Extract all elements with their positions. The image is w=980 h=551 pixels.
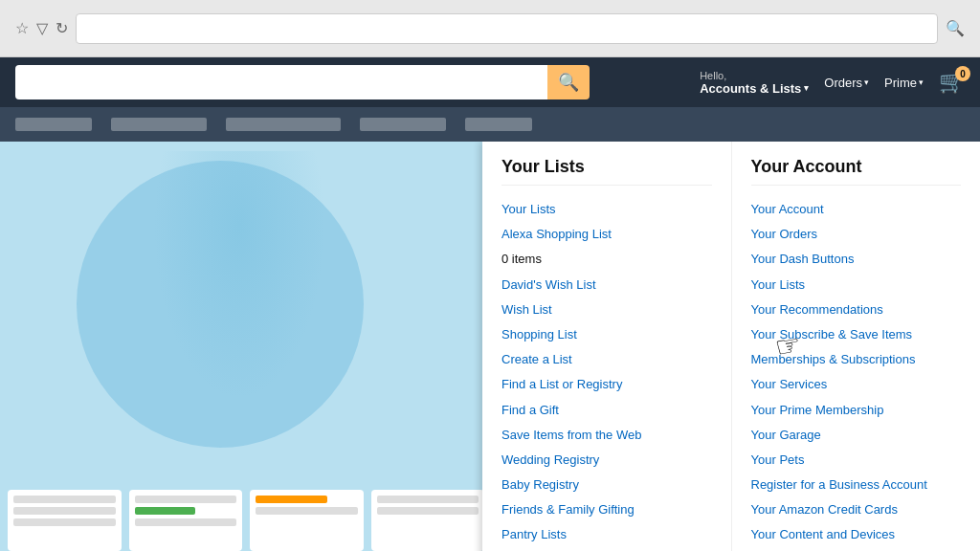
card-line-5 [135, 518, 237, 526]
orders-caret: ▾ [864, 77, 869, 87]
card-line-7 [377, 496, 479, 503]
nav-placeholder-1 [15, 118, 92, 131]
list-item-wedding[interactable]: Wedding Registry [501, 448, 712, 473]
list-item-create[interactable]: Create a List [501, 347, 712, 372]
search-container: 🔍 [15, 65, 590, 99]
account-item-prime[interactable]: Your Prime Membership [751, 398, 962, 423]
account-item-lists[interactable]: Your Lists [751, 273, 962, 298]
orders-link[interactable]: Orders ▾ [824, 76, 869, 90]
star-icon[interactable]: ☆ [15, 19, 29, 37]
cart-icon[interactable]: 🛒 0 [939, 70, 965, 95]
list-item-wish[interactable]: Wish List [501, 298, 712, 322]
search-input[interactable] [15, 65, 547, 99]
account-item-credit[interactable]: Your Amazon Credit Cards [751, 497, 962, 522]
card-line-6 [256, 507, 358, 515]
figure-silhouette [153, 151, 325, 400]
main-area: Your Lists Your Lists Alexa Shopping Lis… [0, 142, 980, 551]
prime-link[interactable]: Prime ▾ [884, 76, 924, 90]
prime-caret: ▾ [919, 77, 924, 87]
account-item-services[interactable]: Your Services [751, 372, 962, 397]
hello-text: Hello, [700, 70, 809, 81]
account-item-subscribe[interactable]: Your Subscribe & Save Items [751, 322, 962, 347]
bottom-cards [0, 482, 492, 551]
list-item-alexa[interactable]: Alexa Shopping List [501, 222, 712, 247]
account-column: Your Account Your Account Your Orders Yo… [732, 142, 981, 551]
list-item-david[interactable]: David's Wish List [501, 273, 712, 298]
card-2 [129, 490, 243, 551]
account-item-recommendations[interactable]: Your Recommendations [751, 298, 962, 322]
nav-placeholder-3 [226, 118, 341, 131]
list-item-hearts[interactable]: Your Hearts [501, 548, 712, 551]
nav-placeholder-2 [111, 118, 207, 131]
card-line-1 [13, 496, 116, 503]
search-icon: 🔍 [558, 72, 579, 93]
list-item-0items[interactable]: 0 items [501, 247, 712, 272]
url-input[interactable] [76, 13, 938, 44]
accounts-link[interactable]: Accounts & Lists ▾ [700, 81, 809, 96]
nav-placeholder-4 [360, 118, 446, 131]
cart-badge: 0 [955, 66, 970, 81]
lists-column: Your Lists Your Lists Alexa Shopping Lis… [482, 142, 732, 551]
browser-chrome: ☆ ▽ ↻ 🔍 [0, 0, 980, 57]
list-item-your-lists[interactable]: Your Lists [501, 197, 712, 222]
card-line-green [135, 507, 196, 515]
account-item-pets[interactable]: Your Pets [751, 448, 962, 473]
address-bar: ☆ ▽ ↻ 🔍 [15, 13, 965, 44]
list-item-save[interactable]: Save Items from the Web [501, 423, 712, 448]
account-item-memberships[interactable]: Memberships & Subscriptions [751, 347, 962, 372]
account-item-dash[interactable]: Your Dash Buttons [751, 247, 962, 272]
account-item-content[interactable]: Your Content and Devices [751, 522, 962, 547]
account-header: Your Account [751, 157, 962, 186]
card-line-orange [256, 496, 327, 503]
nav-placeholder-5 [465, 118, 532, 131]
amazon-search-bar: 🔍 Hello, Accounts & Lists ▾ Orders ▾ Pri… [0, 57, 980, 107]
card-3 [250, 490, 364, 551]
card-line-4 [135, 496, 237, 503]
account-item-garage[interactable]: Your Garage [751, 423, 962, 448]
list-item-find-gift[interactable]: Find a Gift [501, 398, 712, 423]
list-item-find[interactable]: Find a List or Registry [501, 372, 712, 397]
list-item-shopping[interactable]: Shopping List [501, 322, 712, 347]
dropdown-icon[interactable]: ▽ [36, 19, 48, 37]
account-menu[interactable]: Hello, Accounts & Lists ▾ [700, 70, 809, 96]
search-button[interactable]: 🔍 [547, 65, 590, 99]
list-item-friends[interactable]: Friends & Family Gifting [501, 497, 712, 522]
list-item-pantry[interactable]: Pantry Lists [501, 522, 712, 547]
card-4 [371, 490, 485, 551]
nav-right: Hello, Accounts & Lists ▾ Orders ▾ Prime… [700, 70, 965, 96]
account-item-music[interactable]: Your Music Library [751, 548, 962, 551]
search-browser-icon[interactable]: 🔍 [946, 19, 965, 37]
card-line-2 [13, 507, 116, 515]
account-item-orders[interactable]: Your Orders [751, 222, 962, 247]
accounts-caret: ▾ [804, 83, 809, 93]
account-item-account[interactable]: Your Account [751, 197, 962, 222]
browser-nav-icons: ☆ ▽ ↻ [15, 19, 68, 37]
list-item-baby[interactable]: Baby Registry [501, 473, 712, 497]
card-1 [8, 490, 122, 551]
card-line-3 [13, 518, 116, 526]
amazon-nav [0, 107, 980, 142]
dropdown-overlay: Your Lists Your Lists Alexa Shopping Lis… [482, 142, 980, 551]
lists-header: Your Lists [501, 157, 712, 186]
account-item-business[interactable]: Register for a Business Account [751, 473, 962, 497]
refresh-icon[interactable]: ↻ [56, 19, 68, 37]
card-line-8 [377, 507, 479, 515]
